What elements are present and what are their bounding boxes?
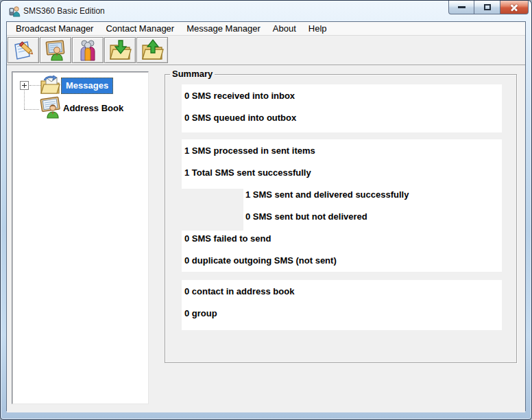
- people-group-button[interactable]: [72, 37, 104, 63]
- close-button[interactable]: [500, 1, 529, 14]
- summary-row: 0 group: [182, 302, 502, 324]
- messages-folder-icon: [40, 75, 60, 95]
- indent-spacer: [182, 189, 243, 231]
- menu-item-help[interactable]: Help: [302, 22, 333, 35]
- folder-upload-icon: [140, 38, 165, 62]
- address-book-icon: [38, 95, 62, 119]
- app-person-icon: [8, 5, 21, 17]
- tree-item-address-book[interactable]: Address Book: [63, 103, 123, 113]
- summary-row: 0 SMS queued into outbox: [182, 106, 502, 128]
- tree-item-messages[interactable]: Messages: [61, 78, 113, 94]
- summary-row: 0 SMS received into inbox: [182, 84, 502, 106]
- minimize-icon: [458, 6, 466, 8]
- main-area: Messages Address Book: [7, 65, 525, 412]
- menu-item-message-manager[interactable]: Message Manager: [180, 22, 267, 35]
- tree-connector: [24, 109, 39, 110]
- window-controls: [448, 1, 529, 14]
- send-folder-button[interactable]: [136, 37, 168, 63]
- minimize-button[interactable]: [448, 1, 474, 14]
- title-bar[interactable]: SMS360 Basic Edition: [1, 1, 531, 21]
- sent-items-panel: 1 SMS processed in sent items 1 Total SM…: [182, 139, 502, 272]
- client-area: Broadcast Manager Contact Manager Messag…: [6, 21, 526, 411]
- inbox-outbox-panel: 0 SMS received into inbox 0 SMS queued i…: [182, 84, 502, 132]
- contact-card-icon: [43, 38, 68, 62]
- compose-icon: [11, 38, 36, 62]
- compose-message-button[interactable]: [8, 37, 39, 63]
- menu-item-broadcast-manager[interactable]: Broadcast Manager: [10, 22, 99, 35]
- plus-expander-icon[interactable]: [20, 81, 29, 90]
- summary-row: 1 SMS processed in sent items: [182, 139, 502, 161]
- contact-card-button[interactable]: [40, 37, 71, 63]
- restore-button[interactable]: [474, 1, 500, 14]
- menu-item-about[interactable]: About: [267, 22, 302, 35]
- summary-groupbox: Summary 0 SMS received into inbox 0 SMS …: [165, 74, 517, 363]
- summary-legend: Summary: [170, 69, 215, 79]
- address-book-panel: 0 contact in address book 0 group: [182, 280, 502, 330]
- summary-row: 0 contact in address book: [182, 280, 502, 302]
- restore-icon: [484, 4, 491, 10]
- menu-item-contact-manager[interactable]: Contact Manager: [99, 22, 180, 35]
- window-title: SMS360 Basic Edition: [23, 6, 105, 16]
- app-window: SMS360 Basic Edition Broadcast Manager C…: [0, 0, 532, 420]
- summary-row: 0 duplicate outgoing SMS (not sent): [182, 249, 502, 271]
- folder-download-icon: [108, 38, 132, 62]
- navigation-tree[interactable]: Messages Address Book: [12, 71, 149, 404]
- receive-folder-button[interactable]: [104, 37, 136, 63]
- close-icon: [510, 3, 518, 12]
- tree-connector: [24, 91, 25, 109]
- summary-row: 1 Total SMS sent successfully: [182, 161, 502, 183]
- people-group-icon: [75, 38, 100, 62]
- tree-connector: [29, 85, 40, 86]
- screen: SMS360 Basic Edition Broadcast Manager C…: [0, 0, 532, 420]
- menu-bar: Broadcast Manager Contact Manager Messag…: [7, 22, 525, 36]
- toolbar: [7, 36, 525, 65]
